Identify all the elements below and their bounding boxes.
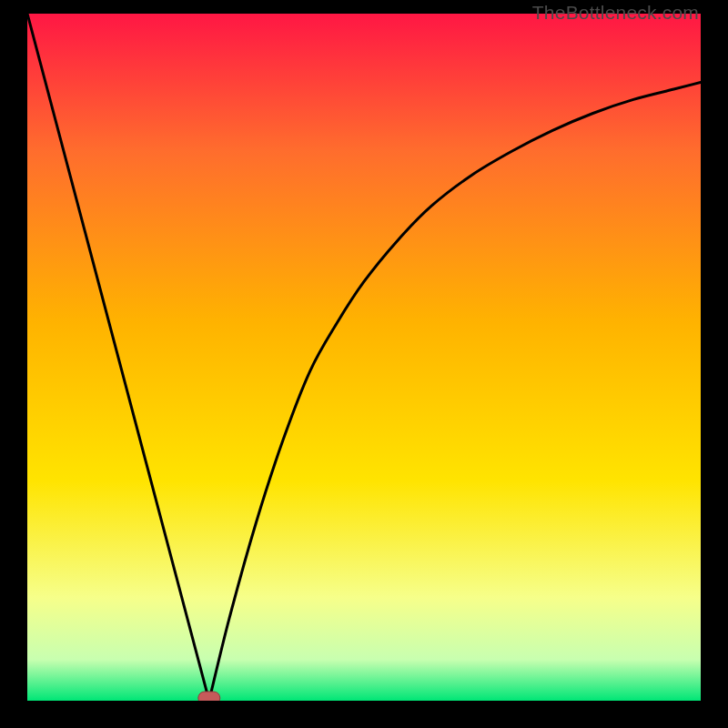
gradient-background	[27, 14, 701, 701]
vertex-marker	[198, 692, 220, 701]
chart-svg	[27, 14, 701, 701]
watermark-text: TheBottleneck.com	[532, 2, 699, 24]
chart-frame: TheBottleneck.com	[0, 0, 728, 728]
plot-area	[27, 14, 701, 701]
